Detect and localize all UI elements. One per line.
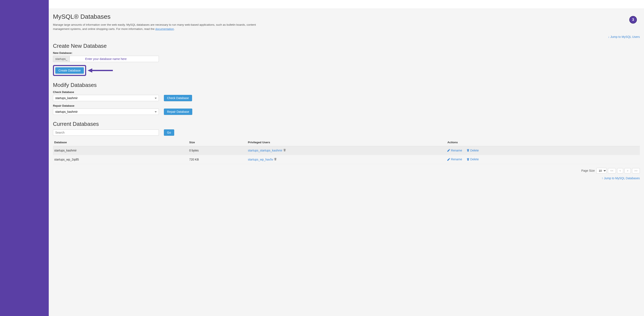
- repair-database-select-wrap: startups_kashmir: [53, 109, 159, 115]
- trash-icon: [467, 149, 470, 152]
- pager-next-button[interactable]: >: [624, 168, 631, 173]
- repair-database-button[interactable]: Repair Database: [164, 109, 192, 115]
- repair-database-select[interactable]: startups_kashmir: [53, 109, 159, 115]
- table-row: startups_kashmir 0 bytes startups_startu…: [53, 146, 640, 155]
- pagination-row: Page Size 10 << < > >>: [53, 168, 640, 174]
- documentation-link[interactable]: documentation: [155, 27, 174, 31]
- go-button[interactable]: Go: [164, 129, 174, 136]
- new-database-input-group: startups_ Enter your database name here: [53, 56, 159, 62]
- step-badge: 3: [629, 16, 637, 24]
- trash-icon: [467, 158, 470, 161]
- jump-link-row: Jump to MySQL Users: [53, 34, 640, 43]
- rename-link[interactable]: Rename: [447, 157, 462, 161]
- sidebar: [0, 0, 49, 316]
- content-area: MySQL® Databases Manage large amounts of…: [49, 9, 644, 316]
- page-description-suffix: .: [174, 27, 175, 31]
- pager-last-button[interactable]: >>: [632, 168, 640, 173]
- cell-database: startups_kashmir: [53, 146, 188, 155]
- main-scroll-area[interactable]: MySQL® Databases Manage large amounts of…: [49, 0, 644, 316]
- privileged-user-link[interactable]: startups_startups_kashmir: [248, 149, 282, 152]
- col-database: Database: [53, 139, 188, 146]
- create-database-heading: Create New Database: [53, 43, 640, 49]
- pencil-icon: [447, 158, 450, 161]
- databases-table: Database Size Privileged Users Actions s…: [53, 139, 640, 164]
- search-input[interactable]: [53, 129, 159, 136]
- privileged-user-link[interactable]: startups_wp_hav5v: [248, 158, 273, 161]
- col-size: Size: [188, 139, 246, 146]
- check-database-select-wrap: startups_kashmir: [53, 95, 159, 101]
- current-databases-heading: Current Databases: [53, 121, 640, 127]
- check-database-select[interactable]: startups_kashmir: [53, 95, 159, 101]
- bottom-jump-row: Jump to MySQL Databases: [53, 177, 640, 180]
- delete-link[interactable]: Delete: [467, 149, 479, 152]
- create-database-button[interactable]: Create Database: [55, 67, 84, 74]
- trash-icon[interactable]: [274, 158, 277, 161]
- trash-icon[interactable]: [283, 149, 286, 151]
- rename-link[interactable]: Rename: [447, 149, 462, 152]
- cell-size: 720 KB: [188, 155, 246, 164]
- page-title: MySQL® Databases: [53, 13, 640, 20]
- delete-link[interactable]: Delete: [467, 157, 479, 161]
- pager-prev-button[interactable]: <: [617, 168, 624, 173]
- col-actions: Actions: [446, 139, 640, 146]
- pencil-icon: [447, 149, 450, 152]
- page-description-text: Manage large amounts of information over…: [53, 23, 256, 31]
- jump-to-mysql-databases-link[interactable]: Jump to MySQL Databases: [602, 177, 640, 180]
- create-database-highlight-box: Create Database: [53, 65, 86, 76]
- page-description: Manage large amounts of information over…: [53, 23, 263, 31]
- new-database-input[interactable]: [70, 56, 159, 62]
- new-database-label: New Database:: [53, 51, 640, 55]
- table-row: startups_wp_2qdl5 720 KB startups_wp_hav…: [53, 155, 640, 164]
- annotation-arrow-icon: [88, 69, 113, 72]
- top-bar: [49, 0, 644, 9]
- check-database-label: Check Database: [53, 90, 640, 94]
- pager-first-button[interactable]: <<: [608, 168, 616, 173]
- cell-size: 0 bytes: [188, 146, 246, 155]
- repair-database-label: Repair Database: [53, 104, 640, 107]
- db-prefix-addon: startups_: [53, 56, 70, 62]
- cell-database: startups_wp_2qdl5: [53, 155, 188, 164]
- modify-databases-heading: Modify Databases: [53, 82, 640, 88]
- jump-to-mysql-users-link[interactable]: Jump to MySQL Users: [608, 35, 640, 39]
- page-size-label: Page Size: [582, 169, 595, 172]
- page-size-select[interactable]: 10: [596, 168, 606, 174]
- col-users: Privileged Users: [247, 139, 446, 146]
- check-database-button[interactable]: Check Database: [164, 95, 192, 101]
